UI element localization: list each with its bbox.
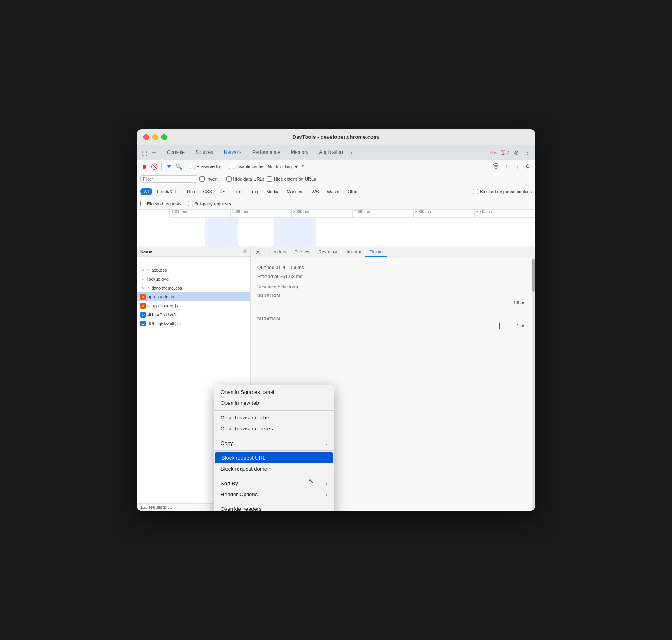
tab-performance[interactable]: Performance — [247, 147, 285, 158]
wifi-icon[interactable] — [492, 162, 500, 171]
disable-cache-checkbox[interactable] — [229, 164, 234, 169]
tab-more[interactable]: » — [349, 148, 356, 157]
warning-count: 6 — [494, 150, 497, 155]
close-button[interactable] — [143, 134, 149, 140]
close-details-button[interactable]: ✕ — [254, 248, 262, 256]
ctx-sep-5 — [214, 502, 334, 502]
tab-preview[interactable]: Preview — [290, 247, 314, 257]
record-button[interactable]: ⏺ — [140, 162, 148, 171]
ctx-sep-3 — [214, 450, 334, 451]
type-btn-other[interactable]: Other — [344, 188, 362, 195]
settings-icon[interactable]: ⚙ — [512, 149, 520, 157]
device-icon[interactable]: ▭ — [150, 149, 158, 157]
ctx-block-url[interactable]: Block request URL — [215, 452, 333, 463]
ctx-block-domain[interactable]: Block request domain — [214, 463, 334, 474]
ctx-sort-by[interactable]: Sort By › — [214, 478, 334, 489]
tab-memory[interactable]: Memory — [286, 147, 313, 158]
hide-data-urls-label[interactable]: Hide data URLs — [226, 176, 265, 182]
type-btn-fetch[interactable]: Fetch/XHR — [153, 188, 182, 195]
toolbar-separator-2 — [186, 163, 186, 170]
ctx-clear-cache[interactable]: Clear browser cache — [214, 412, 334, 423]
blocked-cookies-text: Blocked response cookies — [480, 189, 532, 194]
tab-initiator[interactable]: Initiator — [343, 247, 365, 257]
search-button[interactable]: 🔍 — [175, 162, 183, 171]
list-item[interactable]: J ○ app_loader.js — [137, 301, 250, 310]
type-btn-media[interactable]: Media — [262, 188, 282, 195]
window-title: DevTools - developer.chrome.com/ — [293, 134, 379, 140]
file-name: flUhRq6tzZclQl... — [147, 321, 181, 326]
timeline: 1000 ms 2000 ms 3000 ms 4000 ms 5000 ms … — [137, 210, 535, 246]
type-btn-wasm[interactable]: Wasm — [323, 188, 343, 195]
tab-timing[interactable]: Timing — [365, 247, 387, 257]
filter-input[interactable] — [140, 175, 197, 183]
tab-console[interactable]: Console — [162, 147, 190, 158]
timeline-ruler: 1000 ms 2000 ms 3000 ms 4000 ms 5000 ms … — [169, 210, 535, 218]
list-item[interactable]: W 4UasrENHsxJI... — [137, 310, 250, 319]
type-btn-js[interactable]: JS — [217, 188, 229, 195]
tab-application[interactable]: Application — [314, 147, 348, 158]
disable-cache-label[interactable]: Disable cache — [229, 164, 264, 169]
file-status: ○ — [147, 304, 150, 308]
hide-extension-urls-text: Hide extension URLs — [274, 177, 316, 182]
type-btn-doc[interactable]: Doc — [183, 188, 199, 195]
type-btn-manifest[interactable]: Manifest — [283, 188, 307, 195]
list-item[interactable]: ✎ ○ dark-theme.css — [137, 283, 250, 292]
ctx-clear-cookies[interactable]: Clear browser cookies — [214, 423, 334, 434]
invert-label[interactable]: Invert — [199, 176, 218, 182]
clear-button[interactable]: 🚫 — [150, 162, 158, 171]
tab-headers[interactable]: Headers — [265, 247, 290, 257]
hide-data-urls-checkbox[interactable] — [226, 176, 232, 182]
type-btn-ws[interactable]: WS — [308, 188, 323, 195]
devtools-settings-icon[interactable]: ⚙ — [524, 162, 532, 171]
list-item[interactable]: ✎ ○ app.css — [137, 266, 250, 275]
cursor-icon[interactable]: ⬚ — [140, 149, 148, 157]
third-party-label[interactable]: 3rd-party requests — [188, 201, 231, 206]
type-btn-font[interactable]: Font — [230, 188, 246, 195]
download-icon[interactable]: ↓ — [513, 162, 521, 171]
extra-checks: Blocked requests 3rd-party requests — [137, 198, 535, 210]
duration-header-2: DURATION — [257, 317, 280, 321]
blocked-cookies-label[interactable]: Blocked response cookies — [473, 189, 532, 194]
css-icon: ✎ — [140, 267, 146, 273]
list-item[interactable]: J app_loader.js — [137, 292, 250, 301]
hide-extension-urls-checkbox[interactable] — [267, 176, 272, 182]
ctx-open-new-tab[interactable]: Open in new tab — [214, 398, 334, 409]
scrollbar[interactable] — [532, 258, 535, 511]
preserve-log-label[interactable]: Preserve log — [190, 164, 222, 169]
ctx-open-sources[interactable]: Open in Sources panel — [214, 387, 334, 398]
blocked-requests-label[interactable]: Blocked requests — [140, 201, 181, 206]
file-item-partial[interactable]: ... — [137, 257, 250, 266]
tab-sources[interactable]: Sources — [191, 147, 218, 158]
file-status: ○ — [147, 268, 150, 272]
tab-response[interactable]: Response — [314, 247, 343, 257]
type-btn-css[interactable]: CSS — [199, 188, 216, 195]
ctx-override-headers[interactable]: Override headers — [214, 504, 334, 511]
devtools-window: DevTools - developer.chrome.com/ ⬚ ▭ Con… — [137, 129, 535, 511]
wasm-icon: W — [140, 312, 146, 318]
invert-checkbox[interactable] — [199, 176, 205, 182]
upload-icon[interactable]: ↑ — [503, 162, 511, 171]
wasm-icon-2: W — [140, 321, 146, 326]
type-btn-all[interactable]: All — [140, 188, 152, 195]
traffic-lights — [143, 134, 167, 140]
list-item[interactable]: ○ lockup.svg — [137, 275, 250, 283]
ctx-copy-label: Copy — [221, 440, 233, 446]
type-btn-img[interactable]: Img — [247, 188, 262, 195]
tab-network[interactable]: Network — [219, 147, 247, 158]
list-item[interactable]: W flUhRq6tzZclQl... — [137, 319, 250, 328]
ctx-header-options[interactable]: Header Options › — [214, 489, 334, 500]
hide-extension-urls-label[interactable]: Hide extension URLs — [267, 176, 316, 182]
blocked-cookies-checkbox[interactable] — [473, 189, 478, 194]
blocked-requests-checkbox[interactable] — [140, 201, 145, 206]
minimize-button[interactable] — [152, 134, 158, 140]
ctx-copy[interactable]: Copy › — [214, 438, 334, 449]
third-party-checkbox[interactable] — [188, 201, 193, 206]
more-options-icon[interactable]: ⋮ — [524, 149, 532, 157]
scrollbar-thumb[interactable] — [532, 259, 535, 292]
ctx-header-arrow: › — [326, 492, 327, 497]
maximize-button[interactable] — [161, 134, 167, 140]
preserve-log-checkbox[interactable] — [190, 164, 195, 169]
throttle-select[interactable]: No throttling — [265, 163, 299, 170]
toolbar: ⏺ 🚫 ▼ 🔍 Preserve log Disable cache No th… — [137, 160, 535, 173]
filter-button[interactable]: ▼ — [165, 162, 173, 171]
